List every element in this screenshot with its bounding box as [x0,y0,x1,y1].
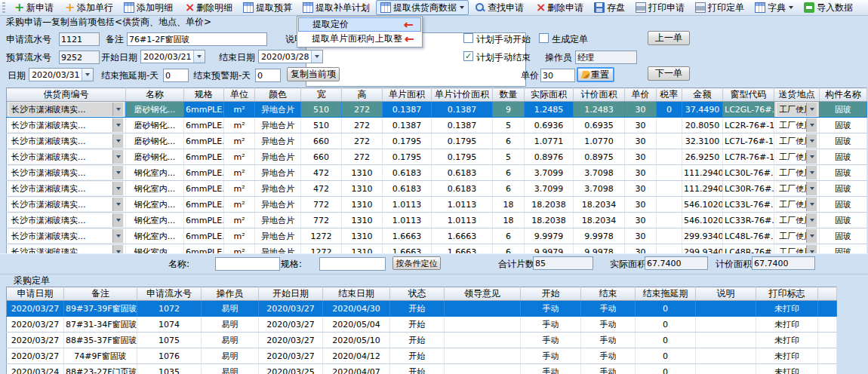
column-header[interactable]: 说明 [696,287,756,301]
cell[interactable]: 固玻 [820,181,867,197]
cell[interactable]: 磨砂钢化... [126,149,184,165]
column-header[interactable]: 结束拖延期 [636,287,696,301]
cell[interactable]: 固玻 [820,165,867,181]
cell[interactable]: 1.6663 [432,228,493,244]
cell[interactable] [445,364,521,374]
column-header[interactable]: 备注 [64,287,137,301]
cell[interactable]: 1.2485 [525,102,574,118]
column-header[interactable]: 构件名称 [820,88,867,102]
cell[interactable]: LC30R-76#... [723,181,774,197]
cell[interactable]: 1.6663 [383,228,432,244]
cell[interactable]: 手动 [581,317,636,333]
cell[interactable]: 299.9340 [682,228,723,244]
cell[interactable]: 6mmPLE... [184,197,224,213]
cell[interactable]: 2020/03/25 [259,364,323,374]
column-header[interactable]: 开始日期 [259,287,323,301]
cell[interactable]: 0.1387 [383,118,432,133]
cell[interactable]: 6 [493,165,525,181]
cell[interactable]: 异地合片 [255,181,301,197]
prev-order-button[interactable]: 上一单 [648,31,690,45]
cell[interactable]: 5 [493,118,525,133]
column-header[interactable]: 单位 [224,88,255,102]
cell[interactable] [657,213,682,228]
remark-field[interactable] [127,32,267,46]
cell[interactable]: 1076 [137,348,202,364]
cell[interactable]: 开始 [390,333,445,348]
cell[interactable]: m² [224,102,255,118]
cell[interactable]: 0 [636,317,696,333]
toolbar-button-print[interactable]: 打印定单 [691,0,749,15]
cell[interactable]: 钢化室内... [126,228,184,244]
cell[interactable] [445,348,521,364]
cell[interactable]: 2020/03/27 [7,317,64,333]
cell[interactable]: 6mmPLE... [184,133,224,149]
cell[interactable]: 1.0770 [574,133,625,149]
column-header[interactable]: 计价面积 [574,88,625,102]
cell[interactable]: 1074 [137,317,202,333]
cell[interactable] [445,333,521,348]
table-row[interactable]: 长沙市潇湘玻璃实...钢化室内...6mmPLE...m²异地合片7721310… [7,197,867,213]
column-header[interactable]: 税率 [657,88,682,102]
cell[interactable]: 0 [636,348,696,364]
cell[interactable]: 0.1387 [432,118,493,133]
cell[interactable]: 30 [625,181,657,197]
toolbar-button-delete-x[interactable]: 删除申请 [530,0,588,15]
cell[interactable]: 2020/03/24 [7,364,64,374]
cell[interactable]: 异地合片 [255,165,301,181]
cell[interactable]: 易明 [202,301,259,317]
cell[interactable]: 0.1795 [383,149,432,165]
cell[interactable]: 2020/03/27 [259,348,323,364]
table-row[interactable]: 长沙市潇湘玻璃实...磨砂钢化...6mmPLE...m²异地合片6602720… [7,149,867,165]
cell[interactable]: 固玻 [820,133,867,149]
cell[interactable]: 0.1387 [432,102,493,118]
column-header[interactable]: 打印标志 [756,287,818,301]
plan-manual-end-checkbox[interactable] [463,51,473,61]
dropdown-cell[interactable]: 长沙市潇湘玻璃实... [7,197,126,213]
toolbar-button-add-plus[interactable]: 添加单行 [60,0,118,15]
cell[interactable]: 18.2038 [525,213,574,228]
column-header[interactable] [818,287,837,301]
date-picker[interactable]: 2020/03/31 [29,68,94,81]
cell[interactable]: 0 [636,364,696,374]
cell[interactable]: 88#35-37F窗固玻 [64,333,137,348]
cell[interactable]: 1.0113 [383,213,432,228]
cell[interactable]: 异地合片 [255,118,301,133]
dropdown-cell[interactable]: 工厂使用 [774,149,820,165]
column-header[interactable]: 状态 [390,287,445,301]
column-header[interactable]: 领导意见 [445,287,521,301]
dropdown-cell[interactable]: 长沙市潇湘玻璃实... [7,149,126,165]
filter-name-input[interactable] [215,257,280,271]
cell[interactable] [696,348,756,364]
dropdown-cell[interactable]: 工厂使用 [774,102,820,118]
cell[interactable] [818,301,837,317]
cell[interactable]: 1035 [137,364,202,374]
copy-current-button[interactable]: 复制当前项 [287,67,340,81]
cell[interactable]: 74#9F窗固玻 [64,348,137,364]
cell[interactable] [657,197,682,213]
cell[interactable] [696,317,756,333]
cell[interactable]: 异地合片 [255,102,301,118]
cell[interactable]: 30 [625,213,657,228]
cell[interactable]: 0 [657,102,682,118]
cell[interactable]: 6mmPLE... [184,149,224,165]
cell[interactable]: 2020/03/27 [259,333,323,348]
cell[interactable]: 5 [493,149,525,165]
cell[interactable]: 6 [493,133,525,149]
cell[interactable]: 87#31-34F窗固玻 [64,317,137,333]
cell[interactable]: 546.1020 [682,213,723,228]
end-warn-field[interactable] [255,69,281,82]
cell[interactable]: 0.8975 [574,149,625,165]
cell[interactable]: 异地合片 [255,149,301,165]
column-header[interactable]: 高 [342,88,383,102]
cell[interactable]: 1310 [342,181,383,197]
cell[interactable]: 30 [625,228,657,244]
next-order-button[interactable]: 下一单 [648,66,690,81]
cell[interactable]: 37.4490 [682,102,723,118]
cell[interactable]: 易明 [202,348,259,364]
plan-manual-start-checkbox[interactable] [463,33,473,43]
cell[interactable]: 1310 [342,197,383,213]
cell[interactable]: 2020/03/27 [7,348,64,364]
cell[interactable]: 660 [301,133,342,149]
toolbar-button-save[interactable]: 存盘 [589,0,629,15]
cell[interactable]: 未打印 [756,317,818,333]
